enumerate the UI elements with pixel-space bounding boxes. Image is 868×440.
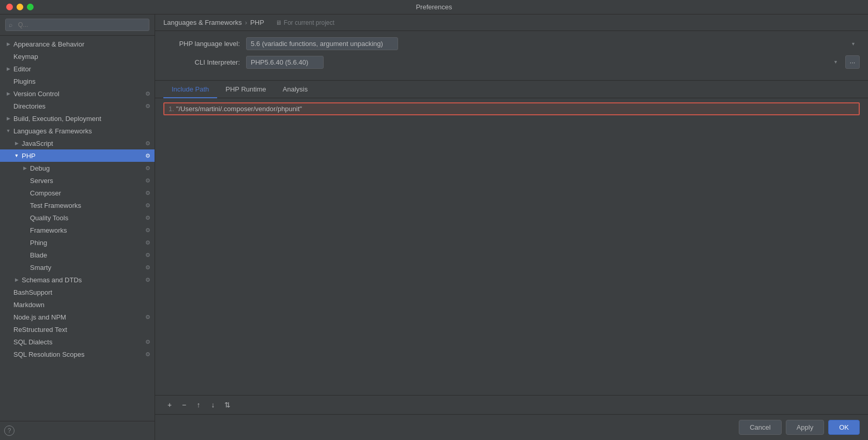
settings-icon: ⚙ xyxy=(145,103,150,110)
sidebar-item-label: ReStructured Text xyxy=(12,326,150,333)
breadcrumb-parent[interactable]: Languages & Frameworks xyxy=(163,19,242,26)
settings-icon: ⚙ xyxy=(145,202,150,209)
settings-icon: ⚙ xyxy=(145,264,150,271)
settings-icon: ⚙ xyxy=(145,239,150,246)
sidebar-item-schemas[interactable]: Schemas and DTDs ⚙ xyxy=(0,274,155,286)
sidebar-item-build[interactable]: Build, Execution, Deployment xyxy=(0,112,155,125)
titlebar: Preferences xyxy=(0,0,868,14)
sidebar-item-label: Composer xyxy=(29,189,143,197)
sidebar-item-nodejs[interactable]: Node.js and NPM ⚙ xyxy=(0,311,155,323)
arrow-spacer xyxy=(21,176,29,185)
help-button[interactable]: ? xyxy=(4,426,14,436)
settings-icon: ⚙ xyxy=(145,153,150,159)
monitor-icon: 🖥 xyxy=(276,19,282,26)
sidebar-item-phing[interactable]: Phing ⚙ xyxy=(0,236,155,249)
sidebar-item-plugins[interactable]: Plugins xyxy=(0,75,155,87)
settings-icon: ⚙ xyxy=(145,215,150,221)
sidebar-item-blade[interactable]: Blade ⚙ xyxy=(0,249,155,261)
sidebar-item-markdown[interactable]: Markdown xyxy=(0,298,155,311)
sidebar-item-test-frameworks[interactable]: Test Frameworks ⚙ xyxy=(0,199,155,211)
footer: Cancel Apply OK xyxy=(155,414,868,440)
path-list-area: 1. "/Users/martini/.composer/vendor/phpu… xyxy=(155,98,868,395)
sidebar-item-sql-resolution[interactable]: SQL Resolution Scopes ⚙ xyxy=(0,348,155,360)
language-level-label: PHP language level: xyxy=(163,40,246,48)
settings-icon: ⚙ xyxy=(145,351,150,358)
move-up-button[interactable]: ↑ xyxy=(192,399,205,411)
sort-button[interactable]: ⇅ xyxy=(221,399,234,411)
tab-analysis[interactable]: Analysis xyxy=(275,81,316,98)
arrow-spacer xyxy=(21,238,29,247)
language-level-select-wrapper: 5.6 (variadic functions, argument unpack… xyxy=(246,37,860,50)
arrow-icon xyxy=(12,276,21,284)
settings-icon: ⚙ xyxy=(145,277,150,283)
settings-icon: ⚙ xyxy=(145,252,150,259)
arrow-icon xyxy=(4,127,12,135)
tab-include-path[interactable]: Include Path xyxy=(163,81,217,98)
ok-button[interactable]: OK xyxy=(828,420,860,435)
sidebar-item-label: SQL Resolution Scopes xyxy=(12,351,143,358)
arrow-icon xyxy=(4,114,12,123)
arrow-spacer xyxy=(21,251,29,259)
path-item[interactable]: 1. "/Users/martini/.composer/vendor/phpu… xyxy=(163,102,860,115)
sidebar-item-label: Smarty xyxy=(29,264,143,271)
minimize-button[interactable] xyxy=(17,4,23,10)
sidebar-item-quality-tools[interactable]: Quality Tools ⚙ xyxy=(0,211,155,224)
tab-php-runtime[interactable]: PHP Runtime xyxy=(217,81,275,98)
arrow-icon xyxy=(12,139,21,147)
sidebar-item-directories[interactable]: Directories ⚙ xyxy=(0,100,155,112)
sidebar-item-label: Directories xyxy=(12,102,143,110)
sidebar-item-label: Languages & Frameworks xyxy=(12,127,150,135)
path-item-value: "/Users/martini/.composer/vendor/phpunit… xyxy=(176,105,302,113)
cancel-button[interactable]: Cancel xyxy=(739,420,781,435)
sidebar-item-languages[interactable]: Languages & Frameworks xyxy=(0,125,155,137)
search-icon: ⌕ xyxy=(9,21,12,28)
tabs-bar: Include Path PHP Runtime Analysis xyxy=(155,81,868,98)
arrow-icon xyxy=(21,164,29,172)
sidebar-tree: Appearance & Behavior Keymap Editor Plug… xyxy=(0,36,155,421)
sidebar-item-debug[interactable]: Debug ⚙ xyxy=(0,162,155,174)
arrow-spacer xyxy=(21,201,29,209)
sidebar-item-bashsupport[interactable]: BashSupport xyxy=(0,286,155,298)
remove-path-button[interactable]: − xyxy=(178,399,190,411)
apply-button[interactable]: Apply xyxy=(786,420,825,435)
sidebar-item-label: Test Frameworks xyxy=(29,202,143,209)
sidebar-item-restructured-text[interactable]: ReStructured Text xyxy=(0,323,155,336)
sidebar-item-label: Quality Tools xyxy=(29,214,143,222)
arrow-spacer xyxy=(4,102,12,110)
settings-form: PHP language level: 5.6 (variadic functi… xyxy=(155,31,868,81)
sidebar-item-label: PHP xyxy=(21,152,143,160)
move-down-button[interactable]: ↓ xyxy=(207,399,219,411)
sidebar-item-php[interactable]: PHP ⚙ xyxy=(0,149,155,162)
arrow-spacer xyxy=(4,350,12,358)
sidebar-item-appearance[interactable]: Appearance & Behavior xyxy=(0,38,155,50)
cli-interpreter-select-wrapper: PHP5.6.40 (5.6.40) xyxy=(246,56,842,69)
sidebar-item-composer[interactable]: Composer ⚙ xyxy=(0,187,155,199)
sidebar-item-label: Phing xyxy=(29,239,143,247)
arrow-spacer xyxy=(4,288,12,296)
sidebar-item-frameworks[interactable]: Frameworks ⚙ xyxy=(0,224,155,236)
sidebar-item-javascript[interactable]: JavaScript ⚙ xyxy=(0,137,155,149)
cli-interpreter-browse-button[interactable]: ··· xyxy=(845,55,860,69)
settings-icon: ⚙ xyxy=(145,190,150,196)
settings-icon: ⚙ xyxy=(145,90,150,97)
sidebar-item-label: Blade xyxy=(29,251,143,259)
for-current-project-label: For current project xyxy=(284,19,334,26)
sidebar-item-label: Version Control xyxy=(12,90,143,98)
arrow-icon xyxy=(12,151,21,160)
sidebar-item-label: Schemas and DTDs xyxy=(21,276,143,284)
close-button[interactable] xyxy=(6,4,13,10)
search-wrapper: ⌕ xyxy=(5,19,149,31)
settings-icon: ⚙ xyxy=(145,140,150,147)
search-input[interactable] xyxy=(5,19,149,31)
sidebar-item-version-control[interactable]: Version Control ⚙ xyxy=(0,87,155,100)
maximize-button[interactable] xyxy=(27,4,34,10)
sidebar-item-sql-dialects[interactable]: SQL Dialects ⚙ xyxy=(0,336,155,348)
add-path-button[interactable]: + xyxy=(163,399,176,411)
sidebar-item-servers[interactable]: Servers ⚙ xyxy=(0,174,155,187)
language-level-select[interactable]: 5.6 (variadic functions, argument unpack… xyxy=(246,37,398,50)
cli-interpreter-select[interactable]: PHP5.6.40 (5.6.40) xyxy=(246,56,324,69)
sidebar-item-smarty[interactable]: Smarty ⚙ xyxy=(0,261,155,274)
sidebar-item-editor[interactable]: Editor xyxy=(0,63,155,75)
sidebar-item-keymap[interactable]: Keymap xyxy=(0,50,155,63)
settings-icon: ⚙ xyxy=(145,165,150,172)
